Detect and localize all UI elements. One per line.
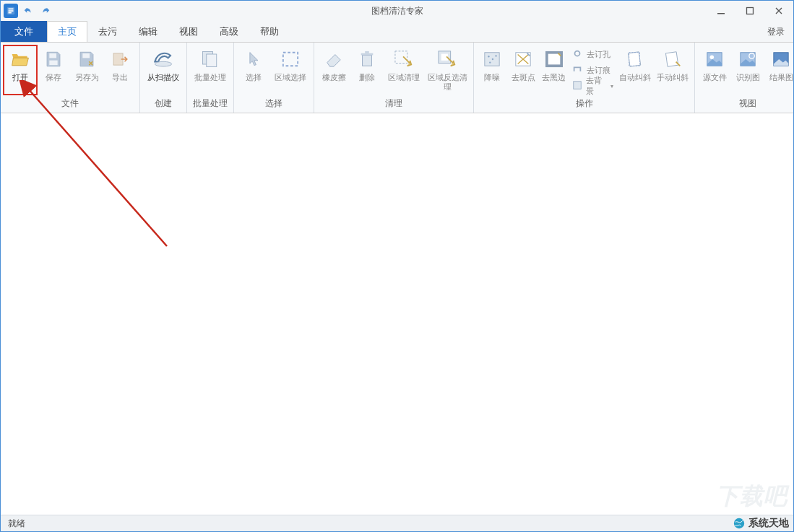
- recognized-view-button[interactable]: 识别图: [731, 45, 764, 95]
- group-operate-label: 操作: [474, 95, 694, 113]
- svg-point-31: [710, 55, 715, 59]
- close-button[interactable]: [764, 1, 793, 21]
- eraser-button[interactable]: 橡皮擦: [317, 45, 350, 95]
- image-result-icon: [770, 48, 792, 70]
- document-area: [1, 113, 793, 514]
- destaple-label: 去订痕: [587, 65, 610, 76]
- open-label: 打开: [12, 73, 28, 82]
- svg-rect-5: [82, 53, 90, 58]
- svg-rect-1: [717, 13, 725, 14]
- group-batch: 批量处理 批量处理: [187, 43, 234, 113]
- export-icon: [109, 48, 131, 70]
- group-select: 选择 区域选择 选择: [234, 43, 314, 113]
- tab-help[interactable]: 帮助: [249, 21, 290, 42]
- group-operate: 降噪 去斑点 去黑边 去订孔 去订痕: [474, 43, 695, 113]
- staple-icon: [572, 64, 584, 76]
- save-as-button[interactable]: 另存为: [70, 45, 103, 95]
- folder-open-icon: [9, 48, 31, 70]
- punch-hole-icon: [572, 48, 584, 60]
- tab-edit[interactable]: 编辑: [128, 21, 168, 42]
- tab-file[interactable]: 文件: [1, 21, 47, 42]
- manual-deskew-button[interactable]: 手动纠斜: [654, 45, 691, 95]
- area-inverse-clean-button[interactable]: 区域反选清理: [424, 45, 470, 95]
- recognized-view-label: 识别图: [736, 73, 760, 82]
- dropdown-icon: ▾: [610, 83, 613, 90]
- tab-stain[interactable]: 去污: [87, 21, 128, 42]
- svg-point-19: [492, 58, 493, 60]
- source-view-button[interactable]: 源文件: [698, 45, 731, 95]
- cursor-icon: [243, 48, 264, 70]
- faded-watermark: 下载吧: [716, 481, 787, 513]
- tab-home[interactable]: 主页: [47, 21, 87, 42]
- redo-button[interactable]: [38, 4, 53, 18]
- scanner-icon: [152, 48, 174, 70]
- auto-deskew-icon: [624, 48, 646, 70]
- tab-view[interactable]: 视图: [168, 21, 209, 42]
- group-clean-label: 清理: [314, 95, 473, 113]
- result-view-button[interactable]: 结果图: [764, 45, 793, 95]
- delete-label: 删除: [359, 73, 375, 82]
- broom-inverse-icon: [436, 48, 458, 70]
- delete-button[interactable]: 删除: [350, 45, 384, 95]
- area-inverse-clean-label: 区域反选清理: [424, 73, 470, 92]
- despeckle-icon: [512, 48, 534, 70]
- debg-button[interactable]: 去背景 ▾: [572, 79, 613, 93]
- despeckle-button[interactable]: 去斑点: [508, 45, 539, 95]
- save-label: 保存: [46, 73, 61, 82]
- title-bar: 图档清洁专家: [1, 1, 793, 21]
- eraser-label: 橡皮擦: [322, 73, 346, 82]
- select-button[interactable]: 选择: [237, 45, 270, 95]
- status-bar: 就绪: [1, 515, 793, 531]
- select-label: 选择: [246, 73, 262, 82]
- save-as-label: 另存为: [75, 73, 99, 82]
- deblack-button[interactable]: 去黑边: [539, 45, 570, 95]
- group-file: 打开 保存 另存为 导出 文件: [1, 43, 140, 113]
- group-view-label: 视图: [695, 95, 793, 113]
- auto-deskew-label: 自动纠斜: [619, 73, 651, 82]
- svg-rect-9: [207, 54, 217, 67]
- tab-advanced[interactable]: 高级: [209, 21, 249, 42]
- undo-button[interactable]: [21, 4, 35, 18]
- svg-point-18: [488, 56, 490, 57]
- group-select-label: 选择: [234, 95, 314, 113]
- denoise-label: 降噪: [484, 73, 500, 82]
- svg-point-36: [734, 518, 744, 528]
- depunch-button[interactable]: 去订孔: [572, 47, 613, 61]
- svg-rect-10: [283, 53, 298, 66]
- svg-rect-13: [365, 51, 369, 53]
- open-button[interactable]: 打开: [4, 45, 37, 95]
- area-select-button[interactable]: 区域选择: [270, 45, 311, 95]
- ribbon-tabstrip: 文件 主页 去污 编辑 视图 高级 帮助 登录: [1, 21, 793, 43]
- deblack-icon: [543, 48, 565, 70]
- minimize-button[interactable]: [707, 1, 735, 21]
- depunch-label: 去订孔: [587, 49, 610, 60]
- area-clean-label: 区域清理: [388, 73, 420, 82]
- deblack-label: 去黑边: [542, 73, 566, 82]
- despeckle-label: 去斑点: [512, 73, 535, 82]
- marquee-icon: [280, 48, 301, 70]
- from-scanner-button[interactable]: 从扫描仪: [143, 45, 184, 95]
- login-link[interactable]: 登录: [767, 21, 785, 43]
- maximize-button[interactable]: [735, 1, 764, 21]
- image-recognized-icon: [737, 48, 759, 70]
- area-clean-button[interactable]: 区域清理: [384, 45, 424, 95]
- eraser-icon: [323, 48, 345, 70]
- svg-rect-2: [747, 8, 754, 14]
- svg-rect-12: [361, 53, 374, 56]
- auto-deskew-button[interactable]: 自动纠斜: [616, 45, 654, 95]
- globe-icon: [733, 517, 746, 530]
- group-create-label: 创建: [140, 95, 186, 113]
- svg-rect-11: [363, 55, 372, 66]
- batch-icon: [199, 48, 221, 70]
- debg-label: 去背景: [586, 75, 608, 97]
- export-button[interactable]: 导出: [103, 45, 137, 95]
- denoise-button[interactable]: 降噪: [477, 45, 508, 95]
- background-icon: [572, 80, 583, 92]
- save-button[interactable]: 保存: [37, 45, 70, 95]
- batch-button[interactable]: 批量处理: [190, 45, 230, 95]
- svg-point-7: [155, 61, 171, 66]
- svg-point-20: [496, 55, 497, 56]
- app-icon: [4, 4, 18, 18]
- brand-watermark-text: 系统天地: [748, 517, 789, 530]
- broom-area-icon: [393, 48, 415, 70]
